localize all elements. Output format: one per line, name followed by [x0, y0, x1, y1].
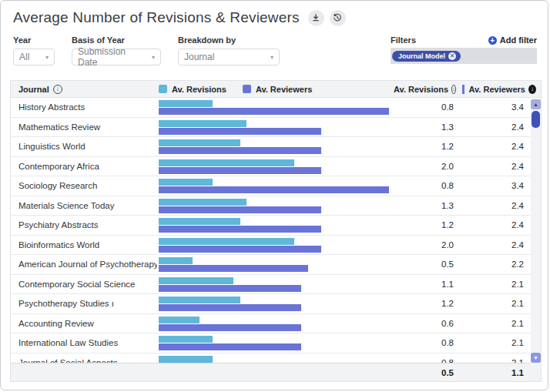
breakdown-by-label: Breakdown by	[178, 35, 280, 45]
basis-of-year-select-value: Submission Date	[78, 46, 144, 68]
year-select-value: All	[19, 52, 29, 62]
revisions-column-label: Av. Revisions	[394, 85, 448, 94]
bar-group	[157, 275, 396, 294]
table-row[interactable]: History Abstracts 0.8 3.4	[11, 98, 541, 118]
sort-reviewers-icon[interactable]: ↓	[528, 85, 536, 94]
basis-of-year-label: Basis of Year	[72, 35, 161, 45]
table-footer: 0.5 1.1	[11, 363, 541, 381]
remove-filter-icon[interactable]: ✕	[448, 52, 456, 60]
journal-name: Materials Science Today	[11, 201, 157, 210]
revisions-value: 1.3	[396, 201, 461, 210]
reviewers-value: 2.1	[461, 280, 532, 289]
table-row[interactable]: Psychiatry Abstracts 1.2 2.4	[11, 216, 541, 236]
reviewers-bar	[159, 343, 301, 350]
revisions-bar	[159, 199, 246, 206]
basis-of-year-select[interactable]: Submission Date ▾	[72, 49, 161, 65]
bar-group	[157, 294, 396, 313]
table-row[interactable]: International Law Studies 0.8 2.1	[11, 333, 541, 353]
breakdown-by-select[interactable]: Journal ▾	[178, 49, 280, 65]
table-header: Journal ↓ Av. Revisions Av. Reviewers Av…	[11, 81, 541, 98]
controls-row: Year All ▾ Basis of Year Submission Date…	[1, 26, 548, 65]
year-control: Year All ▾	[13, 35, 55, 65]
bar-group	[157, 353, 396, 364]
table-row[interactable]: Materials Science Today 1.3 2.4	[11, 196, 541, 216]
filter-chip-journal-model[interactable]: Journal Model ✕	[392, 51, 461, 62]
table-row[interactable]: Mathematics Review 1.3 2.4	[11, 118, 541, 138]
journal-name: International Law Studies	[11, 338, 157, 347]
reviewers-bar	[159, 186, 389, 193]
table-row[interactable]: Bioinformatics World 2.0 2.4	[11, 236, 541, 256]
reviewers-bar	[159, 285, 301, 292]
plus-icon: +	[488, 36, 497, 45]
reviewers-value: 2.1	[461, 299, 532, 308]
table-row[interactable]: Sociology Research 0.8 3.4	[11, 176, 541, 196]
reviewers-value: 2.1	[461, 358, 532, 363]
sort-journal-icon[interactable]: ↓	[53, 85, 62, 94]
table-row[interactable]: Contemporary Africa 2.0 2.4	[11, 157, 541, 177]
table-row[interactable]: American Journal of Psychotherapy 0.5 2.…	[11, 255, 541, 275]
revisions-value: 2.0	[396, 162, 461, 171]
reviewers-value: 2.4	[461, 201, 532, 210]
reviewers-value: 2.1	[461, 319, 532, 328]
report-card: Average Number of Revisions & Reviewers …	[0, 0, 548, 390]
journal-name: American Journal of Psychotherapy	[11, 260, 157, 269]
reviewers-bar	[159, 304, 301, 311]
revisions-bar	[159, 139, 240, 146]
reviewers-column-header[interactable]: Av. Reviewers ↓	[462, 85, 542, 94]
reviewers-value: 2.4	[461, 240, 532, 250]
table-row[interactable]: Linguistics World 1.2 2.4	[11, 137, 541, 157]
revisions-value: 2.0	[396, 240, 461, 250]
reviewers-bar	[159, 167, 321, 174]
revisions-value: 1.2	[396, 220, 461, 230]
filters-section: Filters + Add filter Journal Model ✕	[391, 35, 537, 64]
revisions-value: 0.5	[396, 260, 461, 269]
journal-column-label: Journal	[18, 85, 49, 94]
bar-group	[157, 333, 396, 353]
scroll-down-button[interactable]: ▼	[531, 353, 541, 363]
reviewers-bar	[159, 128, 321, 135]
reviewers-value: 2.2	[461, 260, 532, 269]
filters-label: Filters	[391, 35, 416, 45]
legend-item-revisions: Av. Revisions	[159, 85, 226, 94]
caret-down-icon: ▾	[45, 54, 49, 61]
reviewers-bar	[159, 324, 301, 331]
revisions-bar	[159, 179, 213, 186]
bar-group	[157, 314, 396, 333]
sort-revisions-icon[interactable]: ↓	[451, 85, 456, 94]
scroll-up-button[interactable]: ▲	[531, 99, 541, 109]
reviewers-value: 2.4	[461, 142, 532, 151]
table-body: History Abstracts 0.8 3.4 Mathematics Re…	[11, 98, 541, 363]
table-scrollbar[interactable]: ▲ ▼	[531, 99, 541, 364]
legend-item-reviewers: Av. Reviewers	[243, 85, 312, 94]
revisions-bar	[159, 218, 240, 225]
revisions-bar	[159, 336, 213, 343]
reviewers-bar	[159, 246, 321, 253]
revisions-value: 0.8	[396, 338, 461, 347]
reviewers-value: 3.4	[461, 181, 532, 190]
journal-column-header[interactable]: Journal ↓	[11, 85, 157, 94]
table-row[interactable]: Accounting Review 0.6 2.1	[11, 314, 541, 334]
revisions-value: 0.8	[396, 181, 461, 190]
revisions-bar	[159, 277, 233, 284]
revisions-column-header[interactable]: Av. Revisions ↓	[394, 85, 462, 94]
revisions-value: 1.3	[396, 122, 461, 132]
revisions-value: 1.1	[396, 280, 461, 289]
filters-head: Filters + Add filter	[391, 35, 537, 45]
caret-down-icon: ▾	[152, 54, 155, 61]
bar-group	[157, 176, 396, 196]
scrollbar-thumb[interactable]	[532, 111, 540, 128]
download-button[interactable]	[308, 10, 324, 26]
history-button[interactable]	[330, 10, 346, 26]
journal-name: Mathematics Review	[11, 122, 157, 132]
journal-name: Linguistics World	[11, 142, 157, 151]
footer-reviewers-avg: 1.1	[461, 368, 532, 377]
year-select[interactable]: All ▾	[13, 49, 55, 65]
table-row[interactable]: Contemporary Social Science 1.1 2.1	[11, 275, 541, 295]
reviewers-value: 2.1	[461, 338, 532, 347]
journal-name: Psychiatry Abstracts	[11, 220, 157, 230]
table-row[interactable]: Psychotherapy Studies ı 1.2 2.1	[11, 294, 541, 314]
table-row[interactable]: Journal of Social Aspects 0.8 2.1	[11, 353, 541, 364]
bar-group	[157, 157, 396, 176]
add-filter-button[interactable]: + Add filter	[488, 35, 537, 45]
active-filters-bar: Journal Model ✕	[391, 48, 537, 64]
